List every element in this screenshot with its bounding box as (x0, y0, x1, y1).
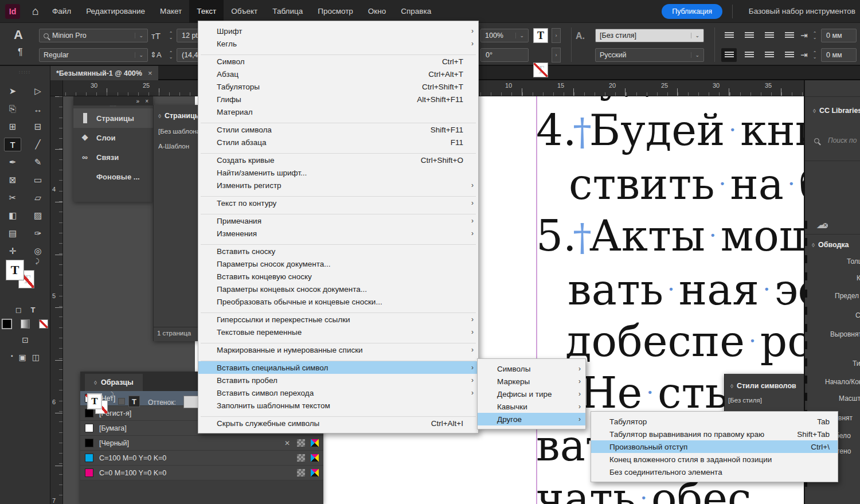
menu-item[interactable]: Вставить концевую сноску (198, 270, 478, 283)
tool-button[interactable]: ✛ (4, 244, 21, 258)
menubar-item[interactable]: Редактирование (79, 0, 153, 23)
tool-button[interactable]: ◎ (29, 244, 46, 258)
swatch-row[interactable]: C=100 M=0 Y=0 K=0 (80, 451, 323, 466)
fill-color-proxy[interactable]: T (533, 28, 548, 43)
apply-color-button[interactable] (2, 319, 11, 329)
stroke-color-proxy[interactable]: T (533, 62, 548, 77)
character-style-item[interactable]: [Без стиля] (725, 390, 804, 404)
menu-item[interactable]: Скрыть служебные символы Ctrl+Alt+I (198, 417, 478, 429)
menu-item[interactable]: Глифы Alt+Shift+F11 (198, 93, 478, 106)
justify-last-right-button[interactable] (761, 48, 777, 62)
swatch-row[interactable]: C=0 M=100 Y=0 K=0 (80, 466, 323, 480)
menu-item[interactable]: Изменить регистр › (198, 179, 478, 192)
pages-panel-header[interactable]: ◊Страницы (154, 105, 199, 120)
justify-full-button[interactable] (781, 48, 797, 62)
stroke-flyout-button[interactable]: › (552, 48, 561, 62)
justify-last-left-button[interactable] (781, 29, 797, 42)
vertical-scale-combo[interactable]: 100%⌄ (480, 29, 529, 42)
fill-flyout-button[interactable]: › (552, 28, 561, 43)
menu-item[interactable]: Гиперссылки и перекрестные ссылки › (198, 313, 478, 326)
expand-panels-icon[interactable]: » (136, 98, 140, 104)
document-text-line[interactable]: ствить·на·бли (569, 159, 806, 209)
menu-item[interactable]: Шрифт › (198, 25, 478, 37)
presentation-mode-icon[interactable]: ◫ (32, 353, 40, 362)
font-family-combo[interactable]: Minion Pro ⌄ (39, 29, 148, 42)
cc-libraries-header[interactable]: ◊CC Libraries (813, 107, 860, 115)
align-right-button[interactable] (761, 29, 777, 42)
chevron-down-icon[interactable]: ⌄ (135, 33, 143, 38)
menu-item[interactable]: Дефисы и тире › (478, 388, 585, 400)
apply-none-button[interactable] (39, 319, 48, 329)
menu-item[interactable]: Символ Ctrl+T (198, 55, 478, 68)
container-toggle[interactable] (118, 398, 125, 405)
dock-panel-button[interactable]: Страницы (73, 108, 153, 128)
fill-proxy[interactable]: T (87, 393, 102, 409)
ruler-origin-corner[interactable] (50, 80, 63, 96)
menu-item[interactable]: Без соединительного элемента (591, 466, 838, 478)
menu-item[interactable]: Параметры сносок документа... (198, 257, 478, 270)
menu-item[interactable]: Преобразовать обычные и концевые сноски.… (198, 295, 478, 308)
menu-item[interactable]: Найти/заменить шрифт... (198, 166, 478, 179)
menu-item[interactable]: Произвольный отступ Ctrl+\ (591, 440, 838, 453)
tool-button[interactable]: ⊟ (29, 120, 46, 134)
chevron-down-icon[interactable]: ⌄ (691, 52, 699, 58)
paragraph-formatting-icon[interactable]: ¶ (18, 47, 23, 57)
tool-button[interactable]: ⊠ (4, 173, 21, 187)
menubar-item[interactable]: Просмотр (310, 0, 361, 23)
chevron-down-icon[interactable]: ⌄ (691, 33, 699, 38)
menu-item[interactable]: Вставить специальный символ › (198, 361, 478, 374)
menu-item[interactable]: Параметры концевых сносок документа... (198, 283, 478, 295)
menu-item[interactable]: Стили символа Shift+F11 (198, 123, 478, 136)
swap-fill-stroke-icon[interactable]: ⤸ (110, 391, 114, 398)
tool-button[interactable]: ✑ (29, 226, 46, 240)
panel-grip[interactable]: ::::: (0, 66, 50, 75)
swap-fill-stroke-icon[interactable]: ⤸ (36, 257, 40, 265)
menu-item[interactable]: Примечания › (198, 214, 478, 227)
menu-item[interactable]: Текстовые переменные › (198, 326, 478, 338)
align-center-button[interactable] (741, 29, 757, 42)
menu-item[interactable]: Табулятор выравнивания по правому краю S… (591, 428, 838, 440)
char-style-combo[interactable]: [Без стиля]⌄ (595, 29, 704, 42)
menu-item[interactable]: Кегль › (198, 37, 478, 50)
menubar-item[interactable]: Файл (45, 0, 79, 23)
menu-item[interactable]: Маркированные и нумерованные списки › (198, 343, 478, 356)
tool-button[interactable]: ╱ (29, 138, 46, 151)
swatches-tab[interactable]: ◊Образцы (85, 374, 143, 391)
apply-gradient-button[interactable] (21, 319, 30, 329)
chevron-down-icon[interactable]: ⌄ (515, 33, 524, 38)
normal-view-icon[interactable]: ▪ (11, 353, 13, 362)
menu-item[interactable]: Вставить пробел › (198, 374, 478, 386)
tool-button[interactable]: ▷ (29, 84, 46, 98)
indesign-logo[interactable]: Id (5, 4, 20, 19)
indent-first-field[interactable]: 0 мм (821, 48, 857, 62)
tool-button[interactable]: ◧ (4, 209, 21, 222)
cloud-offline-icon[interactable]: ☁✕ (816, 219, 826, 231)
fill-proxy[interactable]: T (6, 260, 24, 280)
tool-button[interactable]: T (4, 138, 21, 151)
menubar-item[interactable]: Макет (153, 0, 189, 23)
menubar-item[interactable]: Справка (393, 0, 439, 23)
publish-button[interactable]: Публикация (662, 4, 722, 19)
dock-panel-button[interactable]: Фоновые ... (73, 167, 153, 186)
menu-item[interactable]: Заполнить шаблонным текстом (198, 399, 478, 412)
tool-button[interactable]: ✒ (4, 155, 21, 169)
tool-button[interactable]: ↔ (29, 102, 46, 116)
text-toggle-button[interactable]: T (128, 396, 140, 407)
menu-item[interactable]: Кавычки › (478, 400, 585, 413)
preview-mode-icon[interactable]: ▣ (19, 353, 26, 362)
justify-all-button[interactable] (721, 48, 737, 62)
menu-item[interactable]: Изменения › (198, 227, 478, 240)
tool-button[interactable]: ⎘ (4, 102, 21, 116)
tool-button[interactable]: ▤ (4, 226, 21, 240)
menu-item[interactable]: Конец вложенного стиля в заданной позици… (591, 453, 838, 466)
view-options-icon[interactable]: ⊡ (22, 335, 29, 345)
dock-panel-button[interactable]: ❖ Слои (73, 128, 153, 147)
menu-item[interactable]: Текст по контуру › (198, 197, 478, 209)
rotation-field[interactable]: 0° (480, 48, 529, 62)
menu-item[interactable]: Материал (198, 106, 478, 118)
menu-item[interactable]: Стили абзаца F11 (198, 136, 478, 149)
formatting-affects-text-icon[interactable]: T (30, 306, 35, 314)
document-text-line[interactable]: вать·ная·эфф (568, 265, 806, 315)
chevron-down-icon[interactable]: ⌄ (135, 52, 143, 58)
font-size-stepper[interactable]: ⌃⌄ (167, 29, 175, 42)
